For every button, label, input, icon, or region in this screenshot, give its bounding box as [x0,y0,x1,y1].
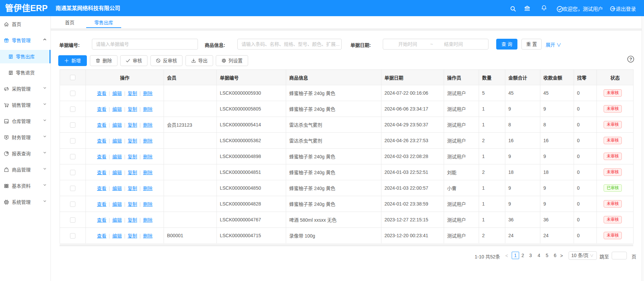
svg-text:?: ? [629,57,632,62]
